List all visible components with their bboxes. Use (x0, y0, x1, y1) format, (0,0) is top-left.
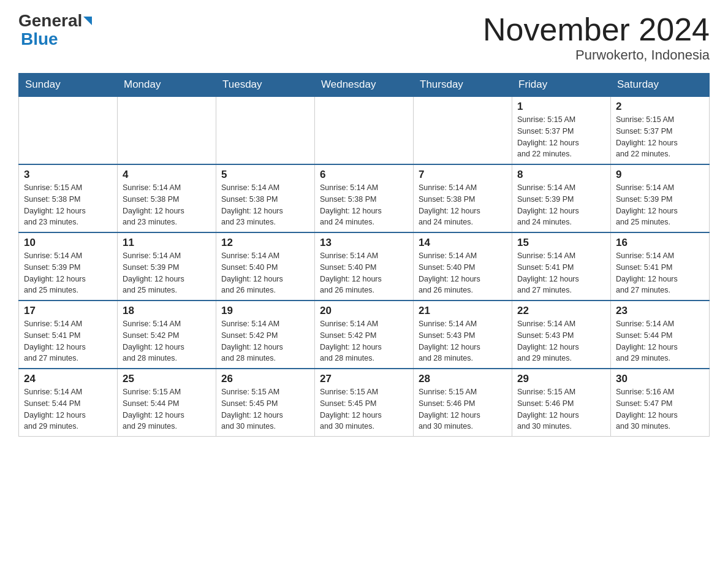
header-monday: Monday (118, 74, 216, 97)
table-row: 18Sunrise: 5:14 AMSunset: 5:42 PMDayligh… (118, 301, 216, 369)
day-number: 25 (123, 373, 211, 385)
day-info: Sunrise: 5:14 AMSunset: 5:44 PMDaylight:… (24, 386, 112, 432)
logo-arrow-icon (83, 17, 92, 25)
title-block: November 2024 Purwokerto, Indonesia (483, 12, 710, 63)
table-row: 11Sunrise: 5:14 AMSunset: 5:39 PMDayligh… (118, 232, 216, 301)
calendar-header-row: Sunday Monday Tuesday Wednesday Thursday… (19, 74, 710, 97)
day-number: 21 (419, 305, 507, 317)
table-row: 2Sunrise: 5:15 AMSunset: 5:37 PMDaylight… (611, 96, 710, 164)
table-row: 15Sunrise: 5:14 AMSunset: 5:41 PMDayligh… (512, 232, 611, 301)
day-info: Sunrise: 5:14 AMSunset: 5:41 PMDaylight:… (24, 318, 112, 364)
table-row (216, 96, 315, 164)
day-info: Sunrise: 5:14 AMSunset: 5:42 PMDaylight:… (320, 318, 408, 364)
table-row: 9Sunrise: 5:14 AMSunset: 5:39 PMDaylight… (611, 164, 710, 232)
table-row (315, 96, 414, 164)
day-number: 27 (320, 373, 408, 385)
day-info: Sunrise: 5:14 AMSunset: 5:43 PMDaylight:… (419, 318, 507, 364)
day-info: Sunrise: 5:15 AMSunset: 5:37 PMDaylight:… (517, 114, 605, 160)
calendar-subtitle: Purwokerto, Indonesia (483, 47, 710, 63)
calendar-week-row: 17Sunrise: 5:14 AMSunset: 5:41 PMDayligh… (19, 301, 710, 369)
calendar-title: November 2024 (483, 12, 710, 47)
day-number: 24 (24, 373, 112, 385)
table-row: 27Sunrise: 5:15 AMSunset: 5:45 PMDayligh… (315, 369, 414, 437)
table-row: 13Sunrise: 5:14 AMSunset: 5:40 PMDayligh… (315, 232, 414, 301)
day-number: 17 (24, 305, 112, 317)
day-info: Sunrise: 5:15 AMSunset: 5:45 PMDaylight:… (221, 386, 309, 432)
table-row: 21Sunrise: 5:14 AMSunset: 5:43 PMDayligh… (414, 301, 512, 369)
table-row (414, 96, 512, 164)
day-number: 18 (123, 305, 211, 317)
header-sunday: Sunday (19, 74, 118, 97)
day-info: Sunrise: 5:15 AMSunset: 5:44 PMDaylight:… (123, 386, 211, 432)
day-number: 19 (221, 305, 309, 317)
day-number: 7 (419, 169, 507, 181)
day-info: Sunrise: 5:14 AMSunset: 5:44 PMDaylight:… (616, 318, 704, 364)
day-info: Sunrise: 5:16 AMSunset: 5:47 PMDaylight:… (616, 386, 704, 432)
table-row: 8Sunrise: 5:14 AMSunset: 5:39 PMDaylight… (512, 164, 611, 232)
table-row: 22Sunrise: 5:14 AMSunset: 5:43 PMDayligh… (512, 301, 611, 369)
calendar-week-row: 24Sunrise: 5:14 AMSunset: 5:44 PMDayligh… (19, 369, 710, 437)
table-row (118, 96, 216, 164)
table-row: 17Sunrise: 5:14 AMSunset: 5:41 PMDayligh… (19, 301, 118, 369)
table-row: 30Sunrise: 5:16 AMSunset: 5:47 PMDayligh… (611, 369, 710, 437)
table-row: 1Sunrise: 5:15 AMSunset: 5:37 PMDaylight… (512, 96, 611, 164)
header-thursday: Thursday (414, 74, 512, 97)
day-number: 15 (517, 237, 605, 249)
day-info: Sunrise: 5:14 AMSunset: 5:42 PMDaylight:… (221, 318, 309, 364)
day-number: 14 (419, 237, 507, 249)
page-header: General Blue November 2024 Purwokerto, I… (18, 12, 710, 63)
day-info: Sunrise: 5:14 AMSunset: 5:41 PMDaylight:… (517, 250, 605, 296)
day-info: Sunrise: 5:14 AMSunset: 5:40 PMDaylight:… (221, 250, 309, 296)
table-row: 4Sunrise: 5:14 AMSunset: 5:38 PMDaylight… (118, 164, 216, 232)
day-number: 26 (221, 373, 309, 385)
day-info: Sunrise: 5:14 AMSunset: 5:39 PMDaylight:… (123, 250, 211, 296)
day-info: Sunrise: 5:14 AMSunset: 5:38 PMDaylight:… (419, 182, 507, 228)
table-row: 7Sunrise: 5:14 AMSunset: 5:38 PMDaylight… (414, 164, 512, 232)
day-info: Sunrise: 5:14 AMSunset: 5:42 PMDaylight:… (123, 318, 211, 364)
day-info: Sunrise: 5:14 AMSunset: 5:39 PMDaylight:… (24, 250, 112, 296)
calendar-week-row: 3Sunrise: 5:15 AMSunset: 5:38 PMDaylight… (19, 164, 710, 232)
day-info: Sunrise: 5:15 AMSunset: 5:38 PMDaylight:… (24, 182, 112, 228)
day-info: Sunrise: 5:15 AMSunset: 5:46 PMDaylight:… (517, 386, 605, 432)
day-info: Sunrise: 5:14 AMSunset: 5:43 PMDaylight:… (517, 318, 605, 364)
table-row: 6Sunrise: 5:14 AMSunset: 5:38 PMDaylight… (315, 164, 414, 232)
table-row: 16Sunrise: 5:14 AMSunset: 5:41 PMDayligh… (611, 232, 710, 301)
day-number: 20 (320, 305, 408, 317)
table-row (19, 96, 118, 164)
table-row: 26Sunrise: 5:15 AMSunset: 5:45 PMDayligh… (216, 369, 315, 437)
table-row: 19Sunrise: 5:14 AMSunset: 5:42 PMDayligh… (216, 301, 315, 369)
day-number: 22 (517, 305, 605, 317)
day-number: 5 (221, 169, 309, 181)
day-number: 3 (24, 169, 112, 181)
header-saturday: Saturday (611, 74, 710, 97)
table-row: 23Sunrise: 5:14 AMSunset: 5:44 PMDayligh… (611, 301, 710, 369)
day-number: 29 (517, 373, 605, 385)
day-number: 11 (123, 237, 211, 249)
table-row: 25Sunrise: 5:15 AMSunset: 5:44 PMDayligh… (118, 369, 216, 437)
day-number: 12 (221, 237, 309, 249)
day-info: Sunrise: 5:14 AMSunset: 5:40 PMDaylight:… (419, 250, 507, 296)
table-row: 29Sunrise: 5:15 AMSunset: 5:46 PMDayligh… (512, 369, 611, 437)
calendar-week-row: 1Sunrise: 5:15 AMSunset: 5:37 PMDaylight… (19, 96, 710, 164)
table-row: 10Sunrise: 5:14 AMSunset: 5:39 PMDayligh… (19, 232, 118, 301)
table-row: 20Sunrise: 5:14 AMSunset: 5:42 PMDayligh… (315, 301, 414, 369)
logo-general: General (18, 12, 82, 29)
logo: General Blue (18, 12, 92, 49)
table-row: 24Sunrise: 5:14 AMSunset: 5:44 PMDayligh… (19, 369, 118, 437)
header-friday: Friday (512, 74, 611, 97)
day-number: 28 (419, 373, 507, 385)
table-row: 28Sunrise: 5:15 AMSunset: 5:46 PMDayligh… (414, 369, 512, 437)
table-row: 14Sunrise: 5:14 AMSunset: 5:40 PMDayligh… (414, 232, 512, 301)
day-info: Sunrise: 5:14 AMSunset: 5:41 PMDaylight:… (616, 250, 704, 296)
day-number: 2 (616, 101, 704, 113)
day-number: 16 (616, 237, 704, 249)
day-info: Sunrise: 5:14 AMSunset: 5:38 PMDaylight:… (123, 182, 211, 228)
logo-blue: Blue (21, 29, 58, 49)
header-wednesday: Wednesday (315, 74, 414, 97)
day-number: 30 (616, 373, 704, 385)
day-number: 8 (517, 169, 605, 181)
day-info: Sunrise: 5:14 AMSunset: 5:39 PMDaylight:… (616, 182, 704, 228)
day-number: 4 (123, 169, 211, 181)
day-info: Sunrise: 5:14 AMSunset: 5:39 PMDaylight:… (517, 182, 605, 228)
day-info: Sunrise: 5:15 AMSunset: 5:45 PMDaylight:… (320, 386, 408, 432)
